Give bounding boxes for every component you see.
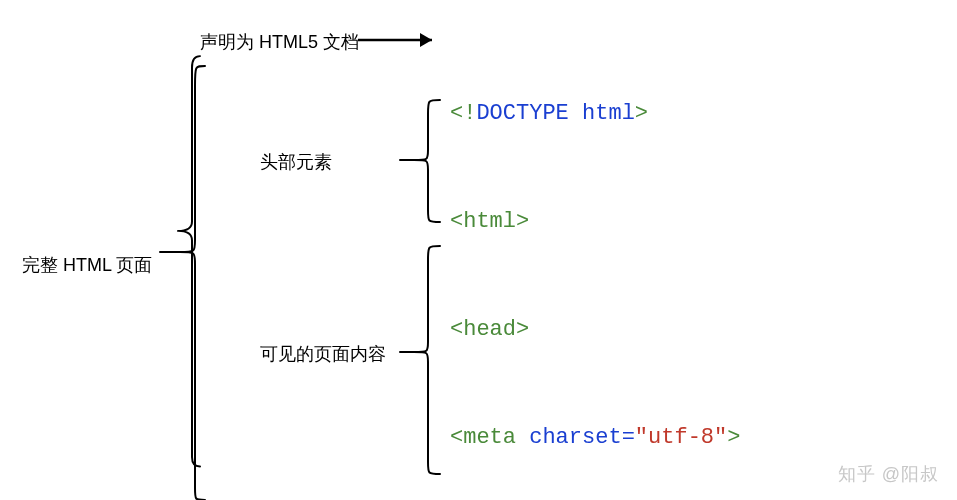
svg-marker-1 [420, 33, 432, 47]
watermark: 知乎 @阳叔 [838, 462, 939, 486]
code-block: <!DOCTYPE html> <html> <head> <meta char… [450, 24, 894, 500]
doctype-label: 声明为 HTML5 文档 [200, 30, 359, 54]
meta-val: "utf-8" [635, 425, 727, 450]
head-label: 头部元素 [260, 150, 332, 174]
root-label: 完整 HTML 页面 [22, 253, 152, 277]
code-head-open: <head> [450, 312, 894, 348]
root-bracket [178, 56, 200, 466]
head-open-tag: <head> [450, 317, 529, 342]
code-meta: <meta charset="utf-8"> [450, 420, 894, 456]
code-html-open: <html> [450, 204, 894, 240]
doctype-end: > [635, 101, 648, 126]
meta-close: > [727, 425, 740, 450]
root-bracket-main [180, 66, 205, 500]
meta-attr: charset= [529, 425, 635, 450]
html-open-tag: <html> [450, 209, 529, 234]
body-label: 可见的页面内容 [260, 342, 386, 366]
meta-open: <meta [450, 425, 529, 450]
doctype-bang: <! [450, 101, 476, 126]
head-bracket [414, 100, 440, 222]
body-bracket [414, 246, 440, 474]
code-doctype: <!DOCTYPE html> [450, 96, 894, 132]
doctype-keyword: DOCTYPE html [476, 101, 634, 126]
arrow-icon [358, 33, 432, 47]
